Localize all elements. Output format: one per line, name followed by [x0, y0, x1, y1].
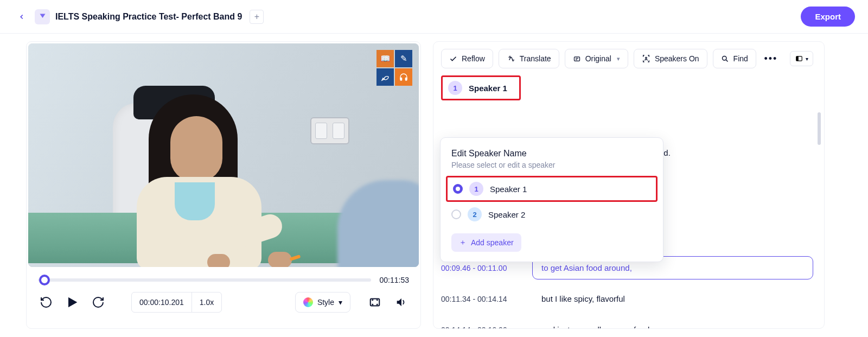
transcript-panel: Reflow Translate Original ▾ Speakers On … [433, 41, 825, 329]
timestamp: 00:11.34 - 00:14.14 [441, 295, 524, 303]
chevron-down-icon: ▾ [806, 56, 808, 62]
speaker-tag[interactable]: 1 Speaker 1 [441, 75, 521, 100]
radio-selected[interactable] [453, 184, 463, 194]
chevron-down-icon: ▾ [617, 55, 620, 62]
pen-icon: ✎ [395, 50, 412, 67]
popover-subtitle: Please select or edit a speaker [441, 158, 663, 176]
timestamp: 00:14.14 - 00:16.66 [441, 326, 524, 329]
transcript-line[interactable]: 00:11.34 - 00:14.14but I like spicy, fla… [441, 287, 813, 310]
transcript-line[interactable]: 00:14.14 - 00:16.66and just generally sa… [441, 318, 813, 329]
scrollbar[interactable] [818, 112, 821, 145]
svg-rect-2 [371, 299, 380, 306]
style-button[interactable]: Style ▾ [295, 292, 350, 313]
reflow-button[interactable]: Reflow [441, 49, 493, 68]
volume-button[interactable] [393, 294, 409, 310]
forward-button[interactable] [90, 294, 106, 310]
transcript-text[interactable]: but I like spicy, flavorful [532, 287, 813, 310]
add-tab-button[interactable]: + [250, 10, 264, 24]
chevron-down-icon: ▾ [339, 298, 342, 307]
speaker-option-1[interactable]: 1 Speaker 1 [446, 176, 658, 202]
timecode-box[interactable]: 00:00:10.201 1.0x [131, 292, 222, 313]
svg-rect-7 [796, 56, 799, 61]
svg-rect-3 [574, 56, 579, 61]
document-icon [35, 9, 50, 24]
duration-label: 00:11:53 [380, 276, 410, 284]
find-button[interactable]: Find [713, 49, 756, 68]
page-title: IELTS Speaking Practice Test- Perfect Ba… [55, 12, 242, 22]
speaker-option-2[interactable]: 2 Speaker 2 [441, 202, 663, 227]
more-button[interactable]: ••• [762, 48, 780, 69]
speakers-button[interactable]: Speakers On [634, 49, 707, 68]
timecode-value[interactable]: 00:00:10.201 [132, 293, 192, 312]
transcript-text[interactable]: and just generally savory food. [532, 318, 813, 329]
layout-toggle[interactable]: ▾ [790, 51, 813, 66]
fullscreen-button[interactable] [367, 294, 383, 310]
translate-button[interactable]: Translate [499, 49, 559, 68]
svg-rect-1 [405, 78, 407, 80]
plus-icon: ＋ [459, 238, 467, 247]
video-frame[interactable]: 📖 ✎ [28, 43, 419, 267]
svg-rect-0 [400, 78, 402, 80]
edit-speaker-popover: Edit Speaker Name Please select or edit … [440, 137, 663, 262]
chat-icon [376, 68, 394, 86]
add-speaker-button[interactable]: ＋ Add speaker [451, 233, 521, 252]
svg-point-4 [646, 57, 647, 59]
timestamp: 00:09.46 - 00:11.00 [441, 264, 524, 272]
video-panel: 📖 ✎ 00:11:53 00:00:10.201 1.0x [26, 41, 421, 329]
seek-bar[interactable] [38, 278, 371, 282]
export-button[interactable]: Export [801, 7, 855, 27]
overlay-badges: 📖 ✎ [376, 50, 412, 86]
radio-unselected[interactable] [451, 209, 461, 219]
seek-knob[interactable] [39, 275, 50, 285]
speaker-name: Speaker 1 [469, 84, 507, 93]
book-icon: 📖 [376, 50, 394, 67]
popover-title: Edit Speaker Name [441, 149, 663, 158]
speaker-badge: 1 [448, 81, 462, 95]
play-button[interactable] [63, 293, 81, 311]
headphones-icon [395, 68, 412, 86]
svg-point-5 [722, 56, 726, 60]
back-button[interactable] [13, 8, 30, 26]
color-wheel-icon [303, 297, 313, 307]
rewind-button[interactable] [38, 294, 54, 310]
original-button[interactable]: Original ▾ [565, 49, 628, 68]
speed-value[interactable]: 1.0x [192, 293, 221, 312]
